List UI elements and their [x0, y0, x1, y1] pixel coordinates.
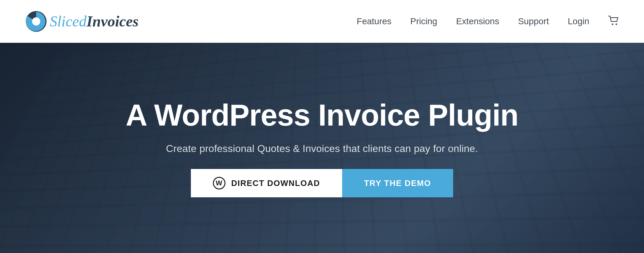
logo[interactable]: Sliced Invoices	[25, 10, 139, 32]
hero-buttons: W DIRECT DOWNLOAD TRY THE DEMO	[191, 169, 453, 197]
nav-pricing[interactable]: Pricing	[410, 16, 437, 26]
direct-download-button[interactable]: W DIRECT DOWNLOAD	[191, 169, 342, 197]
logo-invoices-text: Invoices	[86, 14, 138, 29]
try-demo-button[interactable]: TRY THE DEMO	[342, 169, 453, 197]
hero-content: A WordPress Invoice Plugin Create profes…	[126, 98, 519, 198]
svg-point-1	[32, 17, 40, 25]
nav-support[interactable]: Support	[518, 16, 549, 26]
nav-extensions[interactable]: Extensions	[456, 16, 499, 26]
download-button-label: DIRECT DOWNLOAD	[231, 178, 320, 188]
site-header: Sliced Invoices Features Pricing Extensi…	[0, 0, 644, 43]
logo-icon	[25, 10, 47, 32]
hero-subtitle: Create professional Quotes & Invoices th…	[166, 143, 478, 155]
hero-title: A WordPress Invoice Plugin	[126, 98, 519, 132]
nav-login[interactable]: Login	[568, 16, 589, 26]
logo-sliced-text: Sliced	[50, 14, 86, 29]
nav-features[interactable]: Features	[357, 16, 391, 26]
svg-point-3	[616, 23, 617, 25]
wordpress-logo-icon: W	[213, 177, 225, 189]
main-nav: Features Pricing Extensions Support Logi…	[357, 16, 619, 27]
svg-point-2	[612, 23, 613, 25]
cart-icon[interactable]	[608, 16, 619, 27]
hero-section: A WordPress Invoice Plugin Create profes…	[0, 43, 644, 253]
